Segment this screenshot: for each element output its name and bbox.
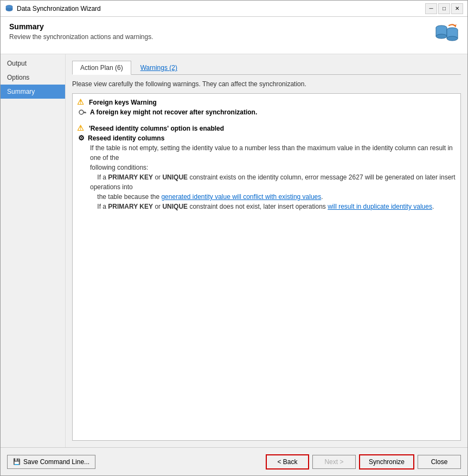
footer-left: 💾 Save Command Line... xyxy=(7,455,95,469)
warning-fk: Foreign keys Warning A foreign key might… xyxy=(77,98,456,117)
warning-triangle-icon-2 xyxy=(77,124,86,133)
footer: 💾 Save Command Line... < Back Next > Syn… xyxy=(1,447,467,475)
header-section: Summary Review the synchronization actio… xyxy=(1,17,467,54)
close-button[interactable]: Close xyxy=(418,455,461,469)
footer-right: < Back Next > Synchronize Close xyxy=(266,454,461,469)
svg-point-8 xyxy=(447,36,458,41)
sidebar-item-summary[interactable]: Summary xyxy=(1,85,65,99)
svg-point-12 xyxy=(79,110,84,114)
tabs-bar: Action Plan (6) Warnings (2) xyxy=(72,61,461,75)
content-area: Action Plan (6) Warnings (2) Please view… xyxy=(66,54,467,447)
synchronize-button[interactable]: Synchronize xyxy=(359,454,414,469)
title-bar: Data Synchronization Wizard ─ □ ✕ xyxy=(1,1,467,17)
main-content: Output Options Summary Action Plan (6) W… xyxy=(1,54,467,447)
gear-icon: ⚙ xyxy=(78,134,85,142)
warning-triangle-icon xyxy=(77,98,86,107)
app-icon xyxy=(5,4,14,13)
header-text: Summary Review the synchronization actio… xyxy=(9,22,153,41)
warning-fk-title: Foreign keys Warning xyxy=(77,98,456,107)
close-window-button[interactable]: ✕ xyxy=(451,3,463,14)
next-button[interactable]: Next > xyxy=(312,455,356,469)
sidebar-item-options[interactable]: Options xyxy=(1,70,65,85)
title-controls: ─ □ ✕ xyxy=(425,3,463,14)
sync-db-icon xyxy=(433,22,459,48)
minimize-button[interactable]: ─ xyxy=(425,3,437,14)
main-window: Data Synchronization Wizard ─ □ ✕ Summar… xyxy=(0,0,468,476)
warning-fk-subtitle: A foreign key might not recover after sy… xyxy=(77,108,456,117)
key-icon xyxy=(78,108,87,117)
svg-point-3 xyxy=(436,34,447,38)
floppy-icon: 💾 xyxy=(13,458,21,465)
warning-reseed: 'Reseed identity columns' option is enab… xyxy=(77,124,456,211)
warning-reseed-body: If the table is not empty, setting the i… xyxy=(77,143,456,211)
window-title: Data Synchronization Wizard xyxy=(17,5,101,12)
tab-warnings[interactable]: Warnings (2) xyxy=(132,61,185,74)
header-title: Summary xyxy=(9,22,153,31)
tab-action-plan[interactable]: Action Plan (6) xyxy=(72,61,131,75)
restore-button[interactable]: □ xyxy=(438,3,450,14)
db-sync-header-icon xyxy=(433,22,459,48)
header-subtitle: Review the synchronization actions and w… xyxy=(9,33,153,41)
warnings-container: Foreign keys Warning A foreign key might… xyxy=(72,93,461,441)
sidebar-item-output[interactable]: Output xyxy=(1,56,65,70)
warning-reseed-subtitle: ⚙ Reseed identity columns xyxy=(77,134,456,142)
sidebar: Output Options Summary xyxy=(1,54,66,447)
warnings-intro: Please view carefully the following warn… xyxy=(72,80,461,88)
back-button[interactable]: < Back xyxy=(266,454,309,469)
save-command-line-button[interactable]: 💾 Save Command Line... xyxy=(7,455,95,469)
title-bar-left: Data Synchronization Wizard xyxy=(5,4,101,13)
warning-reseed-title: 'Reseed identity columns' option is enab… xyxy=(77,124,456,133)
